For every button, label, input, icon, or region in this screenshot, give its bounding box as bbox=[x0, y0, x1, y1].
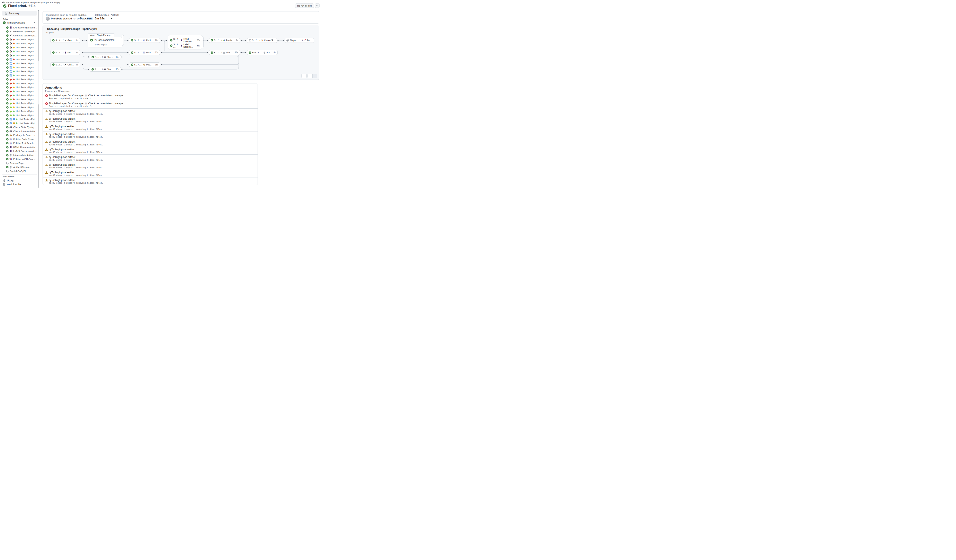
sidebar-item-job[interactable]: Unit Tests - Python 3.10 bbox=[2, 61, 38, 66]
sidebar-item-job[interactable]: Unit Tests - Python 3.9 bbox=[2, 38, 38, 42]
sidebar-item-job[interactable]: HTML Documentation using ... bbox=[2, 145, 38, 149]
warning-icon bbox=[45, 125, 48, 128]
sidebar-item-job[interactable]: Unit Tests - Python 3.9 bbox=[2, 77, 38, 82]
graph-node-release[interactable]: S... / ... /Create 'Release Pa... bbox=[247, 38, 277, 43]
sidebar-item-job[interactable]: Unit Tests - Python 3.9 bbox=[2, 58, 38, 61]
annotation-title[interactable]: pyTooling/upload-artifact bbox=[49, 118, 75, 120]
sidebar-item-job[interactable]: Unit Tests - Python 3.11 bbox=[2, 45, 38, 50]
sidebar-item-job[interactable]: Unit Tests - Python 3.12 bbox=[2, 110, 38, 113]
sidebar-item-job[interactable]: Unit Tests - Python 3.9 bbox=[2, 97, 38, 102]
sidebar-item-job[interactable]: Package in Source and Wheel... bbox=[2, 133, 38, 138]
sidebar-item-job[interactable]: Unit Tests - Python 3.11 bbox=[2, 105, 38, 110]
sidebar-item-job[interactable]: Unit Tests - Python 3.11 bbox=[2, 85, 38, 89]
zoom-in-button[interactable] bbox=[312, 74, 317, 78]
sidebar-item-summary[interactable]: Summary bbox=[2, 11, 37, 16]
annotation-title[interactable]: pyTooling/upload-artifact bbox=[49, 110, 75, 113]
sidebar-item-job[interactable]: Generate pipeline parameters bbox=[2, 33, 38, 38]
job-prefix: S... / ... / bbox=[134, 63, 142, 66]
sidebar-item-workflow-file[interactable]: Workflow file bbox=[2, 182, 37, 186]
sidebar-item-job[interactable]: Unit Tests - Python 3.10 bbox=[2, 42, 38, 45]
sidebar-item-job[interactable]: Publish Test Results bbox=[2, 141, 38, 146]
rerun-all-jobs-button[interactable]: Re-run all jobs bbox=[295, 3, 314, 8]
matrix-tab[interactable]: Matrix: SimplePackage / UnitTest... bbox=[88, 33, 115, 37]
annotation-title[interactable]: SimplePackage / DocCoverage /Check docum… bbox=[49, 94, 123, 97]
sidebar-item-job[interactable]: Publish Code Coverage Results bbox=[2, 137, 38, 141]
zoom-out-button[interactable] bbox=[308, 74, 312, 78]
sidebar-item-job[interactable]: PublishOnPyPI bbox=[2, 169, 38, 173]
sidebar-item-job[interactable]: Check Static Typing using Pyt... bbox=[2, 125, 38, 129]
avatar[interactable] bbox=[46, 17, 50, 20]
chevron-up-icon[interactable] bbox=[33, 22, 36, 24]
matrix-job-row[interactable]: S... / ... /HTML Docume...55s bbox=[170, 38, 200, 43]
sidebar-item-job[interactable]: Unit Tests - Python 3.12 bbox=[2, 69, 38, 74]
apple-red-icon bbox=[9, 94, 12, 97]
annotation-title[interactable]: pyTooling/upload-artifact bbox=[49, 163, 75, 166]
annotation-title[interactable]: pyTooling/upload-artifact bbox=[49, 140, 75, 143]
annotation-title[interactable]: pyTooling/upload-artifact bbox=[49, 133, 75, 136]
graph-node-cleanup2[interactable]: Sim... / ... /Artifact Cleanup4s bbox=[247, 50, 278, 55]
sidebar-item-job[interactable]: Unit Tests - Python 3.10 bbox=[2, 102, 38, 105]
book-purple-icon bbox=[9, 150, 12, 152]
sidebar-scrollbar[interactable] bbox=[38, 9, 39, 188]
sidebar-item-job[interactable]: Artifact Cleanup bbox=[2, 165, 38, 169]
annotation-title[interactable]: pyTooling/upload-artifact bbox=[49, 179, 75, 182]
scrollbar-thumb[interactable] bbox=[38, 104, 39, 188]
sidebar-item-job[interactable]: Unit Tests - Python 3.11 bbox=[2, 66, 38, 69]
sidebar-item-job[interactable]: Unit Tests - Python 3.13 bbox=[2, 53, 38, 58]
graph-node-pkg[interactable]: S... / ... /Package in Sou...18s bbox=[129, 63, 160, 67]
error-icon bbox=[45, 94, 48, 97]
graph-node-pubcov[interactable]: S... / ... /Publish Code C...20s bbox=[129, 38, 160, 43]
sidebar-item-job[interactable]: Generate pipeline parameters bbox=[2, 30, 38, 34]
graph-node-ghpages[interactable]: S... / ... /Publish to GH-P...7s bbox=[209, 38, 240, 43]
pen-icon bbox=[64, 63, 67, 66]
sidebar-item-job[interactable]: Publish to GH-Pages bbox=[2, 157, 38, 162]
sidebar-item-job[interactable]: Unit Tests - Python 3.12 bbox=[2, 50, 38, 53]
graph-node-cleanup1[interactable]: S... / ... /Intermediate A...16s bbox=[209, 50, 240, 55]
sidebar-item-job[interactable]: Extract configurations from p... bbox=[2, 25, 38, 30]
chart-icon bbox=[9, 138, 12, 141]
show-all-jobs-link[interactable]: Show all jobs bbox=[94, 43, 107, 46]
back-arrow-icon[interactable] bbox=[2, 1, 5, 4]
sidebar-group-simplepackage[interactable]: SimplePackage bbox=[2, 20, 37, 25]
breadcrumb[interactable]: Verification of Pipeline Templates (Simp… bbox=[2, 1, 60, 4]
dot-green-icon bbox=[13, 71, 15, 72]
graph-node-pubtest[interactable]: S... / ... /Publish Test Re...13s bbox=[129, 50, 160, 55]
sidebar-item-job[interactable]: Unit Tests - Python 3.12 bbox=[2, 89, 38, 94]
job-label: Generate pipelin... bbox=[68, 63, 74, 66]
sidebar-item-job[interactable]: Unit Tests - Python 3.10 bbox=[2, 82, 38, 85]
annotation-title[interactable]: pyTooling/upload-artifact bbox=[49, 156, 75, 158]
graph-node-gen1[interactable]: S... / ... /Generate pipelin...0s bbox=[50, 38, 80, 43]
breadcrumb-label[interactable]: Verification of Pipeline Templates (Simp… bbox=[6, 1, 60, 4]
sidebar-item-usage[interactable]: Usage bbox=[2, 179, 37, 182]
sidebar-item-job[interactable]: Check documentation covera... bbox=[2, 129, 38, 133]
actor-name[interactable]: Paebbels bbox=[51, 17, 62, 20]
group-label: SimplePackage bbox=[7, 21, 32, 24]
sidebar-item-job[interactable]: Unit Tests - Python 3.13 bbox=[2, 74, 38, 77]
dot-green-icon bbox=[13, 115, 15, 116]
job-label: Intermediate Artifact Cleanup bbox=[13, 154, 38, 157]
sidebar-item-job[interactable]: Unit Tests - Python 3.13 bbox=[2, 94, 38, 97]
sidebar-item-job[interactable]: Unit Tests - Python 3.12 bbox=[2, 121, 38, 125]
sidebar-item-job[interactable]: Unit Tests - Python 3.13 bbox=[2, 113, 38, 118]
graph-node-gen2[interactable]: S... / ... /Generate pipelin...0s bbox=[50, 63, 80, 67]
graph-node-pypi[interactable]: Simple... / ... /Publish to PyPI bbox=[285, 38, 314, 43]
sidebar-item-job[interactable]: LaTeX Documentation using ... bbox=[2, 149, 38, 154]
sidebar-item-job[interactable]: ReleasePage bbox=[2, 161, 38, 165]
matrix-job-row[interactable]: S... / ... /LaTeX Docume...51s bbox=[170, 43, 200, 48]
job-prefix: S... / ... / bbox=[173, 38, 179, 43]
success-check-icon bbox=[6, 62, 9, 64]
scrollbar-thumb[interactable] bbox=[38, 11, 39, 61]
kebab-menu-button[interactable] bbox=[315, 3, 319, 8]
sidebar-item-job[interactable]: Unit Tests - Python 3.12 bbox=[2, 118, 38, 121]
sidebar-item-job[interactable]: Intermediate Artifact Cleanup bbox=[2, 153, 38, 157]
skipped-icon bbox=[6, 170, 9, 173]
job-prefix: Simple... / ... / bbox=[290, 39, 303, 42]
fullscreen-button[interactable] bbox=[301, 74, 307, 78]
annotation-title[interactable]: pyTooling/upload-artifact bbox=[49, 125, 75, 128]
graph-node-extract[interactable]: S... / ... /Extract configur...4s bbox=[50, 50, 80, 55]
annotation-title[interactable]: pyTooling/upload-artifact bbox=[49, 148, 75, 151]
graph-node-static[interactable]: S... / ... /Check Static Ty...17s bbox=[90, 55, 121, 60]
graph-node-doccheck[interactable]: S... / ... /Check docume...18s bbox=[90, 67, 121, 72]
annotation-title[interactable]: pyTooling/upload-artifact bbox=[49, 171, 75, 174]
annotation-title[interactable]: SimplePackage / DocCoverage /Check docum… bbox=[49, 102, 123, 105]
